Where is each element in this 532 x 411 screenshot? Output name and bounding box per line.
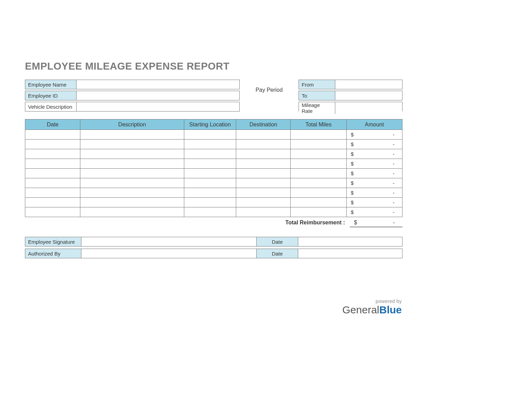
cell-miles[interactable]	[291, 178, 346, 188]
powered-by-label: powered by	[342, 299, 402, 304]
cell-amount: $-	[346, 159, 402, 169]
amount-value: -	[393, 199, 394, 205]
field-from[interactable]	[335, 80, 402, 89]
cell-start[interactable]	[184, 169, 236, 178]
currency-symbol: $	[351, 209, 354, 215]
brand-name-b: Blue	[379, 304, 402, 315]
table-row: $-	[25, 159, 402, 169]
cell-date[interactable]	[25, 159, 80, 169]
page-title: EMPLOYEE MILEAGE EXPENSE REPORT	[25, 61, 402, 72]
cell-destination[interactable]	[236, 140, 291, 149]
cell-destination[interactable]	[236, 178, 291, 188]
cell-start[interactable]	[184, 198, 236, 207]
total-amount: -	[393, 220, 395, 226]
col-miles: Total Miles	[291, 119, 346, 130]
label-employee-name: Employee Name	[25, 80, 77, 89]
cell-description[interactable]	[80, 149, 184, 159]
cell-miles[interactable]	[291, 130, 346, 140]
currency-symbol: $	[351, 161, 354, 167]
currency-symbol: $	[351, 190, 354, 196]
field-mileage-rate[interactable]	[335, 102, 402, 114]
cell-miles[interactable]	[291, 207, 346, 217]
cell-description[interactable]	[80, 198, 184, 207]
field-employee-name[interactable]	[77, 80, 239, 89]
col-amount: Amount	[346, 119, 402, 130]
field-authorized-by[interactable]	[81, 249, 257, 258]
cell-description[interactable]	[80, 130, 184, 140]
label-from: From	[299, 80, 335, 89]
cell-description[interactable]	[80, 159, 184, 169]
cell-description[interactable]	[80, 207, 184, 217]
field-employee-sig-date[interactable]	[298, 237, 402, 246]
label-vehicle-description: Vehicle Description	[25, 102, 77, 111]
cell-description[interactable]	[80, 188, 184, 198]
row-employee-signature: Employee Signature Date	[25, 237, 402, 247]
cell-start[interactable]	[184, 159, 236, 169]
cell-start[interactable]	[184, 130, 236, 140]
col-destination: Destination	[236, 119, 291, 130]
table-row: $-	[25, 130, 402, 140]
label-mileage-rate: Mileage Rate	[299, 102, 335, 114]
col-description: Description	[80, 119, 184, 130]
cell-destination[interactable]	[236, 207, 291, 217]
cell-destination[interactable]	[236, 159, 291, 169]
cell-date[interactable]	[25, 130, 80, 140]
cell-destination[interactable]	[236, 130, 291, 140]
cell-description[interactable]	[80, 140, 184, 149]
amount-value: -	[393, 209, 394, 215]
cell-date[interactable]	[25, 198, 80, 207]
field-to[interactable]	[335, 91, 402, 100]
cell-miles[interactable]	[291, 159, 346, 169]
cell-start[interactable]	[184, 178, 236, 188]
currency-symbol: $	[351, 132, 354, 137]
currency-symbol: $	[351, 170, 354, 176]
cell-destination[interactable]	[236, 149, 291, 159]
info-left: Employee Name Employee ID Vehicle Descri…	[25, 80, 240, 111]
currency-symbol: $	[351, 199, 354, 205]
brand-name-a: General	[342, 304, 379, 315]
cell-description[interactable]	[80, 178, 184, 188]
cell-miles[interactable]	[291, 140, 346, 149]
field-employee-id[interactable]	[77, 91, 239, 100]
cell-start[interactable]	[184, 188, 236, 198]
expense-report: EMPLOYEE MILEAGE EXPENSE REPORT Employee…	[25, 61, 402, 258]
mileage-table: Date Description Starting Location Desti…	[25, 119, 402, 217]
cell-miles[interactable]	[291, 198, 346, 207]
cell-amount: $-	[346, 140, 402, 149]
currency-symbol: $	[351, 151, 354, 157]
cell-start[interactable]	[184, 149, 236, 159]
cell-miles[interactable]	[291, 149, 346, 159]
label-employee-sig-date: Date	[257, 237, 298, 246]
amount-value: -	[393, 190, 394, 196]
cell-amount: $-	[346, 207, 402, 217]
row-employee-name: Employee Name	[25, 80, 240, 89]
cell-description[interactable]	[80, 169, 184, 178]
cell-start[interactable]	[184, 207, 236, 217]
cell-date[interactable]	[25, 149, 80, 159]
info-block: Employee Name Employee ID Vehicle Descri…	[25, 80, 402, 111]
field-vehicle-description[interactable]	[77, 102, 239, 111]
field-authorized-date[interactable]	[298, 249, 402, 258]
label-employee-id: Employee ID	[25, 91, 77, 100]
cell-amount: $-	[346, 178, 402, 188]
cell-destination[interactable]	[236, 198, 291, 207]
cell-destination[interactable]	[236, 169, 291, 178]
cell-miles[interactable]	[291, 169, 346, 178]
table-row: $-	[25, 198, 402, 207]
info-right: From To Mileage Rate	[299, 80, 402, 111]
cell-amount: $-	[346, 188, 402, 198]
cell-date[interactable]	[25, 188, 80, 198]
amount-value: -	[393, 151, 394, 157]
row-to: To	[299, 91, 402, 100]
total-value: $ -	[350, 218, 402, 227]
total-currency: $	[354, 220, 357, 226]
cell-date[interactable]	[25, 169, 80, 178]
cell-date[interactable]	[25, 140, 80, 149]
cell-date[interactable]	[25, 207, 80, 217]
cell-date[interactable]	[25, 178, 80, 188]
cell-destination[interactable]	[236, 188, 291, 198]
cell-start[interactable]	[184, 140, 236, 149]
cell-amount: $-	[346, 169, 402, 178]
cell-miles[interactable]	[291, 188, 346, 198]
field-employee-signature[interactable]	[81, 237, 257, 246]
